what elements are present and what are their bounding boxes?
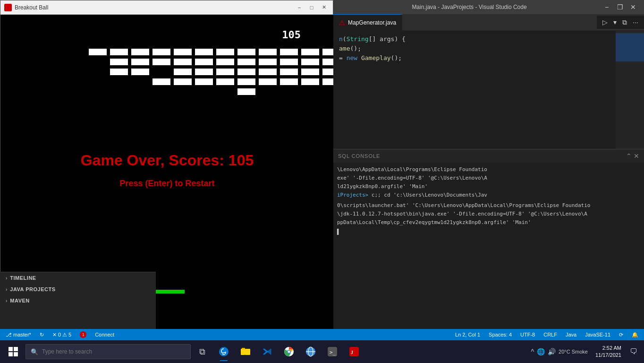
search-bar[interactable]: 🔍 (25, 344, 191, 359)
windows-logo (8, 347, 18, 356)
clock-date: 11/17/2021 (595, 352, 621, 359)
brick (194, 58, 214, 66)
taskbar-icon-vscode[interactable] (257, 341, 278, 362)
code-line: n(String[] args) { (339, 35, 638, 44)
vscode-window: Main.java - JavaProjects - Visual Studio… (333, 0, 644, 331)
game-minimize-button[interactable]: − (294, 3, 305, 12)
terminal-line: iProjects> c;; cd 'c:\Users\Lenovo\Docum… (337, 191, 640, 199)
git-branch-item[interactable]: ⎇ master* (4, 329, 33, 340)
sync-item[interactable]: ↻ (38, 329, 46, 340)
brick (109, 68, 129, 76)
logo-square (8, 352, 13, 356)
position-label: Ln 2, Col 1 (455, 332, 480, 337)
position-item[interactable]: Ln 2, Col 1 (453, 329, 482, 340)
brick (152, 78, 171, 86)
brick (109, 58, 129, 66)
terminal-line: exe' '-Dfile.encoding=UTF-8' '@C:\Users\… (337, 174, 640, 182)
game-maximize-button[interactable]: □ (306, 3, 317, 12)
taskbar-icon-explorer[interactable] (235, 341, 256, 362)
brick (322, 58, 334, 66)
chevron-right-icon: › (6, 287, 7, 292)
language-item[interactable]: Java (564, 329, 578, 340)
vscode-maximize-button[interactable]: ❐ (614, 2, 626, 12)
game-close-button[interactable]: ✕ (319, 3, 329, 12)
brick (130, 58, 150, 66)
terminal-content: \Lenovo\AppData\Local\Programs\Eclipse F… (333, 163, 644, 283)
taskbar-icon-cursor[interactable]: >_ (322, 341, 343, 362)
taskbar-icon-edge[interactable] (213, 341, 234, 362)
search-input[interactable] (42, 348, 186, 355)
remote-item[interactable]: ⟳ (617, 329, 625, 340)
run-dropdown-button[interactable]: ▾ (611, 17, 619, 27)
clock[interactable]: 2:52 AM 11/17/2021 (593, 345, 624, 359)
network-icon[interactable]: 🌐 (537, 348, 545, 355)
minimap (616, 31, 644, 149)
java-version-item[interactable]: JavaSE-11 (583, 329, 612, 340)
clock-time: 2:52 AM (595, 345, 621, 352)
brick (322, 68, 334, 76)
sidebar-item-java-projects[interactable]: › JAVA PROJECTS (0, 284, 156, 295)
cursor-app-icon: >_ (327, 346, 338, 357)
svg-rect-1 (241, 349, 245, 355)
brick (237, 68, 256, 76)
brick (130, 48, 150, 56)
tab-label: MapGenerator.java (348, 19, 396, 26)
volume-icon[interactable]: 🔊 (548, 348, 556, 355)
brick (130, 68, 150, 76)
notification-badge: 1 (80, 331, 86, 338)
sidebar-item-maven[interactable]: › MAVEN (0, 295, 156, 306)
notification-icon: 🗨 (630, 347, 637, 356)
more-actions-button[interactable]: ··· (631, 17, 640, 27)
brick (152, 48, 171, 56)
weather-label[interactable]: 20°C Smoke (559, 349, 588, 354)
restart-text: Press (Enter) to Restart (0, 179, 334, 189)
sync-icon: ↻ (40, 332, 44, 338)
vscode-minimize-button[interactable]: − (601, 2, 613, 12)
taskbar-icon-browser2[interactable] (300, 341, 321, 362)
split-editor-button[interactable]: ⧉ (620, 17, 629, 27)
terminal-close-button[interactable]: ✕ (634, 152, 639, 160)
system-tray: ^ 🌐 🔊 20°C Smoke (527, 348, 591, 355)
brick (300, 58, 320, 66)
brick (279, 78, 299, 86)
brick-row (88, 48, 334, 56)
line-ending-item[interactable]: CRLF (542, 329, 559, 340)
errors-item[interactable]: ✕ 0 ⚠ 5 (51, 329, 73, 340)
terminal-buttons: ⌃ ✕ (626, 152, 639, 160)
line-ending-label: CRLF (543, 332, 557, 337)
tab-error-icon: ⚠ (339, 19, 345, 26)
brick-empty (88, 58, 108, 66)
sidebar-maven-label: MAVEN (10, 298, 29, 303)
encoding-item[interactable]: UTF-8 (518, 329, 537, 340)
start-button[interactable] (2, 340, 25, 363)
task-view-button[interactable]: ⧉ (192, 341, 212, 362)
notification-badge-item[interactable]: 1 (78, 329, 88, 340)
run-button[interactable]: ▷ (601, 17, 610, 27)
terminal-line: \Lenovo\AppData\Local\Programs\Eclipse F… (337, 165, 640, 174)
vscode-terminal: SQL CONSOLE ⌃ ✕ \Lenovo\AppData\Local\Pr… (333, 149, 644, 286)
game-over-text: Game Over, Scores: 105 (0, 152, 334, 169)
terminal-expand-button[interactable]: ⌃ (626, 152, 632, 160)
taskbar-icon-chrome[interactable] (279, 341, 299, 362)
vscode-titlebar: Main.java - JavaProjects - Visual Studio… (333, 0, 644, 14)
terminal-cursor: ▌ (337, 229, 340, 235)
java-version-label: JavaSE-11 (585, 332, 610, 337)
score-display: 105 (282, 29, 301, 41)
taskbar-icon-java[interactable]: J (344, 341, 364, 362)
vscode-close-button[interactable]: ✕ (627, 2, 639, 12)
brick (215, 78, 235, 86)
code-line: ame(); (339, 44, 638, 53)
bell-item[interactable]: 🔔 (630, 329, 640, 340)
brick (237, 87, 256, 96)
statusbar: ⎇ master* ↻ ✕ 0 ⚠ 5 1 Connect Ln 2, Col … (0, 329, 644, 340)
connect-item[interactable]: Connect (93, 329, 116, 340)
chevron-up-icon[interactable]: ^ (531, 348, 534, 355)
sidebar-item-timeline[interactable]: › TIMELINE (0, 272, 156, 284)
spaces-item[interactable]: Spaces: 4 (487, 329, 514, 340)
vscode-icon (262, 346, 273, 357)
spaces-label: Spaces: 4 (489, 332, 512, 337)
notification-center-button[interactable]: 🗨 (625, 341, 642, 362)
tab-map-generator[interactable]: ⚠ MapGenerator.java (333, 14, 402, 31)
brick (322, 78, 334, 86)
error-icon: ✕ (52, 332, 57, 338)
